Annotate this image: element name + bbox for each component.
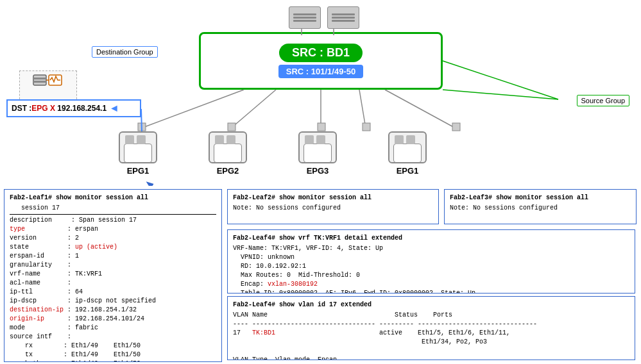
vrf-line-3: RD: 10.0.192.92:1 [233, 262, 629, 271]
epg-icon-4 [388, 131, 427, 163]
leaf1-state: state : up (active) [10, 243, 216, 252]
svg-line-11 [385, 90, 456, 128]
network-diagram: SRC : BD1 SRC : 101/1/49-50 Source Group… [0, 0, 641, 186]
epg-label-2: EPG2 [217, 166, 239, 176]
monitor-icon-area [19, 70, 77, 103]
epg-node-3: EPG3 [292, 131, 343, 176]
vrf-header: Fab2-Leaf4# show vrf TK:VRF1 detail exte… [233, 234, 629, 243]
epg-inner-4 [393, 144, 422, 163]
svg-line-19 [443, 90, 558, 99]
epg-icon-1 [119, 131, 157, 163]
src-bd1-box: SRC : BD1 SRC : 101/1/49-50 [199, 32, 443, 90]
leaf1-src-intf: source intf : [10, 333, 216, 342]
leaf1-ip-ttl: ip-ttl : 64 [10, 288, 216, 297]
svg-line-10 [359, 90, 366, 128]
leaf1-acl-name: acl-name : [10, 279, 216, 288]
leaf1-rx: rx : Eth1/49 Eth1/50 [10, 342, 216, 351]
svg-rect-1 [33, 78, 46, 79]
epg-label-4: EPG1 [397, 166, 419, 176]
dst-epg-text: EPG X [31, 104, 55, 113]
vlan-col-headers: VLAN Name Status Ports [233, 311, 629, 320]
leaf3-header: Fab2-Leaf3# show monitor session all [450, 194, 631, 203]
dst-epg-box: DST : EPG X 192.168.254.1 ◄ [6, 99, 141, 117]
epg-nodes-container: EPG1 EPG2 EPG3 EPG1 [112, 131, 433, 176]
vrf-panel: Fab2-Leaf4# show vrf TK:VRF1 detail exte… [227, 229, 635, 294]
vlan-row2: Eth1/34, Po2, Po3 [233, 338, 629, 347]
leaf1-origin-ip: origin-ip : 192.168.254.101/24 [10, 315, 216, 324]
leaf2-panel: Fab2-Leaf2# show monitor session all Not… [227, 189, 439, 224]
svg-line-18 [443, 61, 558, 99]
vrf-line-1: VRF-Name: TK:VRF1, VRF-ID: 4, State: Up [233, 244, 629, 253]
source-group-label: Source Group [577, 95, 629, 106]
switch-icon-2 [327, 6, 359, 29]
dest-group-label: Destination Group [92, 46, 158, 58]
svg-line-7 [141, 90, 244, 128]
leaf2-note: Note: No sessions configured [233, 204, 433, 213]
leaf1-both: both : Eth1/49 Eth1/50 [10, 360, 216, 362]
vrf-line-4: Max Routes: 0 Mid-Threshold: 0 [233, 271, 629, 280]
src-bd1-label: SRC : BD1 [279, 44, 363, 62]
switch-icon-1 [289, 6, 321, 29]
leaf1-panel: Fab2-Leaf1# show monitor session all ses… [4, 189, 222, 362]
leaf1-session: session 17 [10, 204, 216, 213]
vlan-row: 17 TK:BD1 active Eth1/5, Eth1/6, Eth1/11… [233, 329, 629, 338]
dst-arrow-icon: ◄ [109, 103, 119, 114]
svg-rect-16 [452, 123, 460, 131]
leaf1-type: type : erspan [10, 225, 216, 234]
leaf1-granularity: granularity : [10, 261, 216, 270]
epg-icon-3 [298, 131, 337, 163]
vlan-blank [233, 347, 629, 356]
svg-rect-13 [228, 123, 235, 131]
leaf1-description: description : Span session 17 [10, 216, 216, 225]
leaf1-vrf-name: vrf-name : TK:VRF1 [10, 270, 216, 279]
vrf-line-2: VPNID: unknown [233, 253, 629, 262]
dst-text: DST : [12, 104, 31, 113]
epg-inner-1 [124, 144, 152, 163]
leaf3-note: Note: No sessions configured [450, 204, 631, 213]
leaf1-tx: tx : Eth1/49 Eth1/50 [10, 351, 216, 360]
epg-node-4: EPG1 [382, 131, 433, 176]
vlan-type-headers: VLAN Type Vlan-mode Encap [233, 356, 629, 360]
epg-inner-2 [214, 144, 242, 163]
svg-line-20 [148, 183, 218, 186]
epg-label-3: EPG3 [307, 166, 329, 176]
vrf-line-5: Encap: vxlan-3080192 [233, 280, 629, 289]
epg-node-1: EPG1 [112, 131, 164, 176]
top-switches [289, 6, 359, 29]
svg-line-17 [141, 109, 142, 131]
vlan-divider: ---- -------------------------------- --… [233, 320, 629, 329]
svg-rect-12 [138, 123, 146, 131]
monitor-svg [32, 74, 64, 99]
epg-node-2: EPG2 [202, 131, 253, 176]
epg-icon-2 [209, 131, 247, 163]
epg-label-1: EPG1 [127, 166, 150, 176]
dst-ip-text: 192.168.254.1 [55, 104, 107, 113]
svg-line-8 [231, 90, 276, 128]
vlan-panel: Fab2-Leaf4# show vlan id 17 extended VLA… [227, 296, 635, 360]
leaf3-panel: Fab2-Leaf3# show monitor session all Not… [444, 189, 637, 224]
leaf1-ip-dscp: ip-dscp : ip-dscp not specified [10, 297, 216, 306]
svg-rect-2 [33, 81, 46, 83]
epg-inner-3 [303, 144, 332, 163]
leaf1-dst-ip: destination-ip : 192.168.254.1/32 [10, 306, 216, 315]
svg-rect-15 [363, 123, 370, 131]
leaf1-version: version : 2 [10, 234, 216, 243]
leaf2-header: Fab2-Leaf2# show monitor session all [233, 194, 433, 203]
leaf1-erspan-id: erspan-id : 1 [10, 252, 216, 261]
leaf1-header: Fab2-Leaf1# show monitor session all [10, 194, 216, 203]
leaf1-divider [10, 214, 216, 215]
vlan-header: Fab2-Leaf4# show vlan id 17 extended [233, 301, 629, 310]
leaf1-mode: mode : fabric [10, 324, 216, 333]
vrf-line-6: Table-ID: 0x80000002, AF: IPv6, Fwd-ID: … [233, 289, 629, 294]
svg-rect-14 [318, 123, 325, 131]
src-port-label: SRC : 101/1/49-50 [278, 65, 363, 78]
svg-rect-0 [33, 75, 46, 85]
